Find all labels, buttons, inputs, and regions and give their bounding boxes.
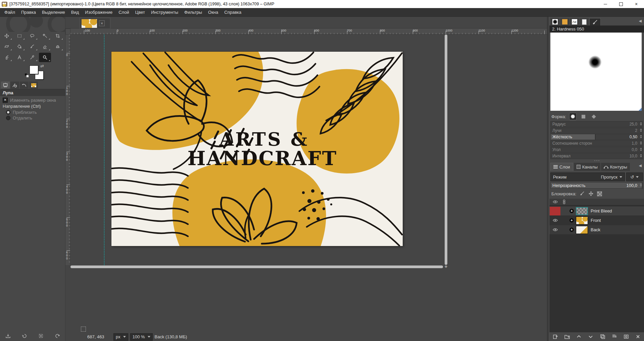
tool-clone[interactable] [52,42,64,51]
lock-alpha-icon[interactable] [597,191,602,196]
tool-move[interactable] [1,31,13,41]
spikes-slider[interactable]: Лучи2 [550,128,643,134]
tool-rectangle-select[interactable] [13,31,26,41]
tool-airbrush[interactable] [1,53,13,62]
lower-layer-icon[interactable] [588,334,593,339]
menu-tools[interactable]: Инструменты [148,8,181,16]
menu-windows[interactable]: Окна [205,8,221,16]
raise-layer-icon[interactable] [576,334,582,339]
tab-layers[interactable]: Слои [550,163,573,171]
new-group-icon[interactable] [564,334,570,339]
radius-slider[interactable]: Радиус25,0 [550,121,643,127]
tool-bucket-fill[interactable] [13,42,26,51]
tab-channels[interactable]: Каналы [574,163,600,171]
layer-row-front[interactable]: + Front [549,216,644,225]
opacity-slider[interactable]: Непрозрачность 100,0 [550,182,643,189]
tab-paths[interactable]: Контуры [601,163,630,171]
zoom-out-option[interactable]: Отдалить [6,115,68,120]
tool-fuzzy-select[interactable] [39,31,51,41]
menu-edit[interactable]: Правка [18,8,39,16]
unit-dropdown[interactable]: px [113,333,128,341]
aspect-ratio-slider[interactable]: Соотношение сторон1,0 [550,140,643,146]
tab-brush-editor[interactable] [589,18,601,26]
canvas-guide-line[interactable] [104,35,104,265]
tool-free-select[interactable] [26,31,38,41]
add-mask-icon[interactable] [624,334,629,339]
dock-resize-grip[interactable] [549,159,644,162]
layer-name[interactable]: Front [591,218,601,223]
layer-thumbnail[interactable] [576,226,588,234]
tab-close-icon[interactable]: × [99,20,105,26]
duplicate-layer-icon[interactable] [600,334,605,339]
checkbox-checked-icon[interactable]: ✕ [3,98,8,103]
tab-image-thumbnail[interactable] [29,82,38,89]
tab-undo-history[interactable] [20,82,29,89]
layer-name[interactable]: Back [591,227,600,232]
dock-collapse-icon[interactable]: ◀ [639,19,642,23]
menu-file[interactable]: Файл [1,8,18,16]
menu-view[interactable]: Вид [68,8,82,16]
horizontal-scrollbar[interactable] [70,265,443,268]
quick-mask-toggle[interactable] [81,327,86,332]
delete-layer-icon[interactable] [635,334,641,339]
hardness-slider[interactable]: Жёсткость0,50 [550,134,643,140]
visibility-toggle[interactable] [549,225,561,234]
horizontal-ruler[interactable]: -100 0 100 200 300 400 500 600 700 800 9… [70,29,549,35]
visibility-toggle[interactable] [549,216,561,225]
layer-row-back[interactable]: + Back [549,225,644,234]
chain-toggle[interactable] [561,225,569,234]
layer-row-print-bleed[interactable]: + Print Bleed [549,206,644,215]
tool-warp-transform[interactable] [1,42,13,51]
reset-preset-icon[interactable] [55,333,60,339]
item-set-icon[interactable]: + [569,228,574,232]
tool-paintbrush[interactable] [26,42,38,51]
menu-select[interactable]: Выделение [39,8,68,16]
menu-image[interactable]: Изображение [82,8,115,16]
foreground-color-swatch[interactable] [30,65,38,74]
swap-colors-icon[interactable]: ⇄ [40,63,44,68]
shape-square-button[interactable] [580,113,587,120]
tool-crop[interactable] [52,31,64,41]
layer-thumbnail[interactable] [576,207,588,215]
tool-color-picker[interactable] [26,53,38,62]
resize-window-option[interactable]: ✕ Изменять размер окна [3,97,64,103]
menu-help[interactable]: Справка [221,8,244,16]
tab-tool-options[interactable] [1,82,10,89]
merge-down-icon[interactable] [612,334,617,339]
tab-patterns[interactable] [560,18,569,26]
mode-dropdown[interactable]: Режим Пропуск [550,173,625,181]
layer-thumbnail[interactable] [576,216,588,225]
item-set-icon[interactable]: + [569,218,574,223]
restore-preset-icon[interactable] [22,333,27,339]
canvas-image[interactable]: ARTS & HANDCRAFT [111,52,403,246]
brush-preview[interactable] [550,33,642,111]
new-layer-icon[interactable] [553,334,558,339]
menu-filters[interactable]: Фильтры [181,8,205,16]
lock-position-icon[interactable] [588,191,594,196]
ruler-origin-box[interactable] [65,29,70,35]
radio-unselected-icon[interactable] [6,116,10,120]
radio-selected-icon[interactable] [6,110,10,114]
tool-text[interactable] [13,53,26,62]
tab-brushes[interactable] [550,18,559,26]
vertical-ruler[interactable]: 0 100 200 300 400 500 600 [65,35,70,265]
tab-document-history[interactable] [580,18,589,26]
layer-name[interactable]: Print Bleed [591,208,612,213]
tool-zoom[interactable] [39,53,51,62]
image-tab[interactable]: × [80,18,110,29]
dock-collapse-icon[interactable]: ◀ [639,163,642,168]
chain-toggle[interactable] [561,206,569,215]
navigation-button[interactable]: ✥ [443,264,449,269]
tab-fonts[interactable]: Aα [570,18,579,26]
shape-diamond-button[interactable] [590,113,597,120]
tool-eraser[interactable] [39,42,51,51]
zoom-dropdown[interactable]: 100 % [130,333,153,341]
maximize-button[interactable] [613,0,629,8]
close-button[interactable]: × [629,0,644,8]
tab-device-status[interactable] [10,82,19,89]
blend-space-button[interactable]: ↺ [626,173,643,181]
menu-layer[interactable]: Слой [115,8,132,16]
vertical-scrollbar[interactable] [445,35,447,265]
visibility-toggle[interactable] [549,206,561,215]
dock-splitter[interactable] [547,17,549,341]
